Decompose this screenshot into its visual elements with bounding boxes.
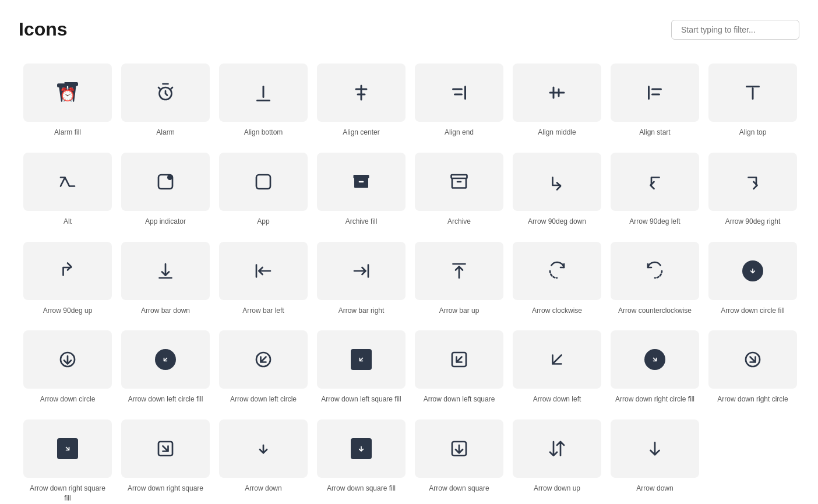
icon-label-alarm-fill: Alarm fill [54,128,81,138]
icon-cell-arrow-down-circle-fill[interactable]: Arrow down circle fill [704,235,802,324]
icon-label-arrow-down-circle-fill: Arrow down circle fill [721,306,784,316]
icon-cell-arrow-down-left-circle[interactable]: Arrow down left circle [214,323,312,413]
icon-cell-arrow-down-right-square-fill[interactable]: Arrow down right square fill [19,413,117,504]
icon-cell-arrow-counterclockwise[interactable]: Arrow counterclockwise [606,235,704,324]
icon-label-arrow-down-left-square-fill: Arrow down left square fill [321,394,401,404]
svg-rect-10 [549,92,565,94]
icon-label-arrow-clockwise: Arrow clockwise [532,306,582,316]
icon-label-arrow-down-left: Arrow down left [533,394,581,404]
svg-rect-9 [454,94,463,96]
icon-cell-align-top[interactable]: Align top [704,57,802,146]
icon-label-arrow-down-left-circle-fill: Arrow down left circle fill [128,394,203,404]
icon-box-app [219,153,308,211]
icon-cell-arrow-down-short[interactable]: Arrow down [214,413,312,504]
icon-box-arrow-90deg-up [23,242,112,300]
icon-cell-archive[interactable]: Archive [410,146,508,235]
icon-box-arrow-bar-right [317,242,406,300]
svg-rect-12 [558,89,560,97]
icon-label-arrow-down-square-fill: Arrow down square fill [327,484,396,494]
svg-rect-13 [648,86,650,100]
icon-label-app: App [257,217,269,227]
icon-label-align-start: Align start [639,128,670,138]
icon-box-align-top [708,64,797,122]
icon-cell-arrow-down-square[interactable]: Arrow down square [410,413,508,504]
icon-label-arrow-down-short: Arrow down [245,484,281,494]
icon-cell-arrow-bar-down[interactable]: Arrow bar down [117,235,214,324]
icon-cell-arrow-down-circle[interactable]: Arrow down circle [19,323,117,413]
icon-label-app-indicator: App indicator [145,217,186,227]
icon-cell-align-bottom[interactable]: Align bottom [214,57,312,146]
icon-label-archive: Archive [447,217,471,227]
icon-label-arrow-down-up: Arrow down up [534,484,580,494]
icon-label-arrow-bar-left: Arrow bar left [242,306,284,316]
icon-box-archive [415,153,503,211]
icon-cell-arrow-bar-right[interactable]: Arrow bar right [312,235,410,324]
filter-input[interactable] [671,20,799,40]
icon-cell-arrow-down-left-square[interactable]: Arrow down left square [410,323,508,413]
icon-label-arrow-down-right-square-fill: Arrow down right square fill [27,484,108,503]
svg-rect-4 [361,85,362,101]
icon-cell-arrow-down-left[interactable]: Arrow down left [508,323,606,413]
svg-rect-17 [746,86,760,87]
icon-label-arrow-bar-up: Arrow bar up [439,306,479,316]
icon-cell-arrow-90deg-right[interactable]: Arrow 90deg right [704,146,802,235]
icon-cell-alarm-fill[interactable]: ⏰ Alarm fill [19,57,117,146]
icon-cell-align-end[interactable]: Align end [410,57,508,146]
icon-label-arrow-counterclockwise: Arrow counterclockwise [618,306,692,316]
icon-label-arrow-down-right-circle: Arrow down right circle [717,394,788,404]
icon-cell-arrow-down-right-circle-fill[interactable]: Arrow down right circle fill [606,323,704,413]
icon-label-arrow-bar-right: Arrow bar right [339,306,385,316]
icon-cell-arrow-90deg-left[interactable]: Arrow 90deg left [606,146,704,235]
icon-label-align-end: Align end [445,128,474,138]
icon-cell-alarm[interactable]: Alarm [117,57,214,146]
icon-cell-arrow-down-left-circle-fill[interactable]: Arrow down left circle fill [117,323,214,413]
icon-box-arrow-down-left-square [415,330,503,389]
icon-label-archive-fill: Archive fill [345,217,378,227]
icon-box-arrow-down-right-square-fill [23,420,112,478]
icon-label-arrow-90deg-down: Arrow 90deg down [528,217,586,227]
icon-box-arrow-down-right-circle-fill [611,330,699,389]
svg-rect-3 [256,100,270,101]
icon-label-align-bottom: Align bottom [244,128,283,138]
icon-cell-arrow-down-right-square[interactable]: Arrow down right square [117,413,214,504]
icon-cell-align-start[interactable]: Align start [606,57,704,146]
svg-rect-21 [354,175,369,178]
icon-box-arrow-down [611,420,699,478]
icon-cell-arrow-down[interactable]: Arrow down [606,413,704,504]
icon-box-align-middle [513,64,601,122]
icon-cell-arrow-90deg-down[interactable]: Arrow 90deg down [508,146,606,235]
icon-cell-arrow-down-up[interactable]: Arrow down up [508,413,606,504]
svg-rect-16 [752,87,754,100]
icon-label-arrow-down: Arrow down [636,484,673,494]
icon-box-arrow-down-short [219,420,308,478]
icon-label-arrow-90deg-right: Arrow 90deg right [725,217,781,227]
icon-label-alt: Alt [64,217,72,227]
icon-cell-arrow-bar-up[interactable]: Arrow bar up [410,235,508,324]
icon-cell-arrow-90deg-up[interactable]: Arrow 90deg up [19,235,117,324]
svg-rect-20 [256,175,270,189]
icon-label-align-top: Align top [739,128,767,138]
icon-cell-arrow-down-left-square-fill[interactable]: Arrow down left square fill [312,323,410,413]
icon-cell-app[interactable]: App [214,146,312,235]
icon-cell-arrow-down-square-fill[interactable]: Arrow down square fill [312,413,410,504]
svg-rect-8 [452,89,463,90]
icon-cell-arrow-bar-left[interactable]: Arrow bar left [214,235,312,324]
icon-cell-archive-fill[interactable]: Archive fill [312,146,410,235]
icon-label-arrow-bar-down: Arrow bar down [141,306,190,316]
svg-rect-22 [452,175,467,178]
icon-cell-app-indicator[interactable]: App indicator [117,146,214,235]
icon-cell-arrow-clockwise[interactable]: Arrow clockwise [508,235,606,324]
svg-rect-2 [263,86,265,98]
icon-box-arrow-down-left-circle [219,330,308,389]
icon-cell-alt[interactable]: Alt [19,146,117,235]
icon-cell-arrow-down-right-circle[interactable]: Arrow down right circle [704,323,802,413]
icon-label-align-middle: Align middle [538,128,576,138]
icon-cell-align-center[interactable]: Align center [312,57,410,146]
svg-text:⏰: ⏰ [59,87,76,103]
icon-cell-align-middle[interactable]: Align middle [508,57,606,146]
icon-label-arrow-down-square: Arrow down square [429,484,489,494]
svg-rect-11 [553,87,555,99]
icon-box-archive-fill [317,153,406,211]
icon-box-arrow-down-circle [23,330,112,389]
icon-label-arrow-down-left-square: Arrow down left square [424,394,495,404]
